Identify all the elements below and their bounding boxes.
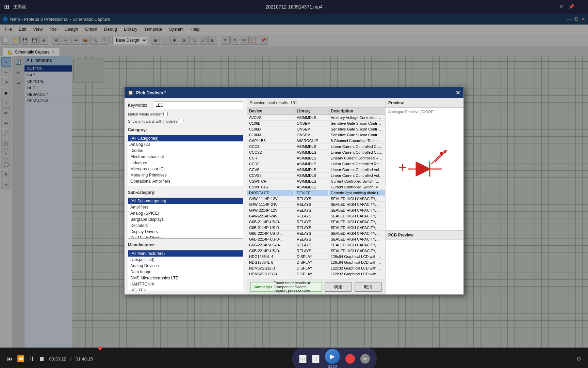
restore-icon[interactable]: ⧉	[560, 4, 563, 10]
match-whole-checkbox[interactable]	[163, 112, 168, 116]
subcat-amplifiers[interactable]: Amplifiers	[128, 204, 243, 210]
dialog-close-btn[interactable]: ✕	[456, 90, 460, 96]
schematic-preview: Analogue Primitive [DIODE]	[386, 108, 463, 230]
table-row[interactable]: DIODE-LEDDEVICEGeneric light emitting di…	[247, 190, 385, 196]
dialog-left-panel: Keywords: Match whole words? Show only p…	[125, 98, 247, 294]
category-diodes[interactable]: Diodes	[128, 148, 243, 154]
category-analog-ics[interactable]: Analog ICs	[128, 141, 243, 148]
vc-pause2-btn[interactable]: ⏸	[312, 355, 320, 363]
table-row[interactable]: C106MONSEMISensitive Gate Silicon Contro…	[247, 132, 385, 138]
mfr-unspec[interactable]: (Unspecified)	[128, 257, 243, 263]
table-row[interactable]: G4W-1114P-24VRELAYSSEALED HIGH CAPACITY,…	[247, 202, 385, 208]
confirm-btn[interactable]: 确定	[325, 282, 352, 292]
dialog-preview-panel: Preview Analogue Primitive [DIODE]	[385, 98, 463, 294]
svg-marker-0	[416, 162, 430, 176]
pin-icon[interactable]: 📌	[569, 4, 574, 10]
table-row[interactable]: CCR2ASIMMDLSLinear Current Controlled Re…	[247, 161, 385, 167]
manufacturer-label: Manufacturer:	[128, 243, 243, 247]
dialog-help-btn[interactable]: ?	[163, 90, 166, 95]
vc-pause-btn[interactable]: ⏸	[29, 355, 35, 363]
category-opto[interactable]: Optoelectronics	[128, 184, 243, 186]
show-models-checkbox[interactable]	[179, 119, 183, 123]
vc-step-back-btn[interactable]: ⏪	[17, 355, 24, 363]
vc-play-btn[interactable]: ▶	[325, 349, 340, 364]
table-row[interactable]: HDM32GS12Y-3DISPLAY122x32 Graphical LCD …	[247, 271, 385, 277]
subcat-decoders[interactable]: Decoders	[128, 223, 243, 229]
subcat-all[interactable]: (All Sub-categories)	[128, 198, 243, 204]
category-electro[interactable]: Electromechanical	[128, 154, 243, 160]
dialog-body: Keywords: Match whole words? Show only p…	[125, 98, 463, 294]
minimize-icon[interactable]: —	[579, 4, 584, 10]
vc-settings-icon[interactable]: ⚙	[576, 356, 581, 362]
category-inductors[interactable]: Inductors	[128, 160, 243, 166]
cancel-btn[interactable]: 取消	[355, 282, 382, 292]
results-count: Showing local results: 181	[250, 101, 297, 105]
total-time: 01:48:15	[76, 356, 93, 362]
category-micro[interactable]: Microprocessor ICs	[128, 166, 243, 172]
taskbar-top: ⊞ 主界面 20210712-160514371.mp4 ··· ⧉ 📌 —	[0, 0, 588, 14]
table-row[interactable]: CSWITCHASIMMDLSCurrent Controlled Switch…	[247, 179, 385, 184]
video-bar: ⏮ ⏪ ⏸ ⏹ 00:30:22 / 01:48:15 ⏮ ⏸ ▶ 03:08 …	[0, 348, 588, 368]
vc-record-btn[interactable]	[345, 354, 355, 364]
category-opamp[interactable]: Operational Amplifiers	[128, 178, 243, 184]
table-row[interactable]: CCCSASIMMDLSLinear Current Controlled Cu…	[247, 144, 385, 150]
more-icon[interactable]: ···	[551, 4, 555, 10]
table-row[interactable]: G6B-2114P-US-D-...RELAYSSEALED HIGH CAPA…	[247, 219, 385, 225]
mfr-hantronix[interactable]: HANTRONIX	[128, 281, 243, 287]
results-table: Device Library Description AVCVSASIMMDLS…	[247, 108, 385, 279]
mfr-all[interactable]: (All Manufacturers)	[128, 250, 243, 257]
table-row[interactable]: CCCS2ASIMMDLSLinear Current Controlled C…	[247, 150, 385, 155]
table-row[interactable]: HDG12864L-4DISPLAY128x64 Graphical LCD w…	[247, 254, 385, 260]
table-row[interactable]: G6B-2214P-US-D-...RELAYSSEALED HIGH CAPA…	[247, 248, 385, 254]
mfr-analog-dev[interactable]: Analog Devices	[128, 263, 243, 269]
vc-prev-btn[interactable]: ⏮	[7, 355, 13, 363]
table-row[interactable]: G4W-2214P-24VRELAYSSEALED HIGH CAPACITY,…	[247, 213, 385, 219]
preview-label: Analogue Primitive [DIODE]	[388, 110, 435, 114]
table-row[interactable]: G6B-2214P-US-D-...RELAYSSEALED HIGH CAPA…	[247, 236, 385, 242]
table-row[interactable]: G4W-1114P-12VRELAYSSEALED HIGH CAPACITY,…	[247, 196, 385, 202]
diode-symbol	[391, 138, 459, 200]
samacsys-bar[interactable]: SamacSys Found more results at 'Componen…	[250, 282, 322, 292]
category-list[interactable]: (All Categories) Analog ICs Diodes Elect…	[128, 135, 243, 186]
table-row[interactable]: HT16K33DISPLAYRAM Mapping 16x8 LED Contr…	[247, 277, 385, 278]
table-row[interactable]: G4W-2214P-12VRELAYSSEALED HIGH CAPACITY,…	[247, 208, 385, 213]
table-row[interactable]: CCRASIMMDLSLineary Current Controlled Re…	[247, 155, 385, 161]
mfr-dms[interactable]: DMS Microelectronics LTD	[128, 275, 243, 281]
table-row[interactable]: HDG12864L-6DISPLAY128x64 Graphical LCD w…	[247, 260, 385, 265]
results-header: Showing local results: 181	[247, 98, 385, 108]
subcat-dot-matrix[interactable]: Dot Matrix Displays	[128, 235, 243, 239]
table-row[interactable]: G6B-2114P-US-D-...RELAYSSEALED HIGH CAPA…	[247, 225, 385, 231]
mfr-data-image[interactable]: Data Image	[128, 269, 243, 275]
subcat-display-drivers[interactable]: Display Drivers	[128, 229, 243, 235]
show-models-label: Show only parts with models?	[128, 119, 178, 123]
category-modelling[interactable]: Modelling Primitives	[128, 172, 243, 178]
taskbar-right: ··· ⧉ 📌 —	[551, 4, 584, 10]
vc-pencil-btn[interactable]: ✏	[360, 354, 370, 364]
table-row[interactable]: C106BONSEMISensitive Gate Silicon Contro…	[247, 121, 385, 126]
table-row[interactable]: AVCVSASIMMDLSArbitrary Voltage Controlle…	[247, 115, 385, 121]
keywords-input[interactable]	[154, 102, 243, 109]
table-row[interactable]: G6B-2214P-US-D-...RELAYSSEALED HIGH CAPA…	[247, 231, 385, 236]
video-progress-thumb	[98, 347, 102, 350]
table-header: Device Library Description	[247, 108, 385, 115]
match-whole-row: Match whole words?	[128, 112, 243, 116]
table-row[interactable]: C106DONSEMISensitive Gate Silicon Contro…	[247, 126, 385, 132]
video-title: 20210712-160514371.mp4	[265, 4, 323, 10]
dialog-footer: SamacSys Found more results at 'Componen…	[247, 279, 385, 294]
table-row[interactable]: G6B-2214P-US-D-...RELAYSSEALED HIGH CAPA…	[247, 242, 385, 248]
table-row[interactable]: CCVSASIMMDLSLinear Current Controlled Vo…	[247, 167, 385, 173]
mfr-holtek[interactable]: HOLTEK	[128, 287, 243, 291]
col-description: Description	[329, 108, 385, 114]
manufacturer-list[interactable]: (All Manufacturers) (Unspecified) Analog…	[128, 250, 243, 291]
category-all[interactable]: (All Categories)	[128, 135, 243, 141]
subcat-bargraph[interactable]: Bargraph Displays	[128, 216, 243, 223]
table-row[interactable]: HDM32GS12-BDISPLAY122x32 Graphical LCD w…	[247, 265, 385, 271]
table-row[interactable]: CSWITCH2ASIMMDLSCurrent Controlled Switc…	[247, 184, 385, 190]
pcb-preview-title: PCB Preview	[386, 230, 463, 240]
vc-stop-btn[interactable]: ⏹	[39, 355, 45, 363]
table-row[interactable]: CCVS2ASIMMDLSLinear Current Controlled V…	[247, 173, 385, 179]
table-row[interactable]: CAP11B8MICROCHIP8-Channel Capacitive Tou…	[247, 138, 385, 144]
subcategory-list[interactable]: (All Sub-categories) Amplifiers Analog (…	[128, 198, 243, 239]
subcat-analog-spice[interactable]: Analog (SPICE)	[128, 210, 243, 216]
vc-back-btn[interactable]: ⏮	[299, 355, 307, 363]
